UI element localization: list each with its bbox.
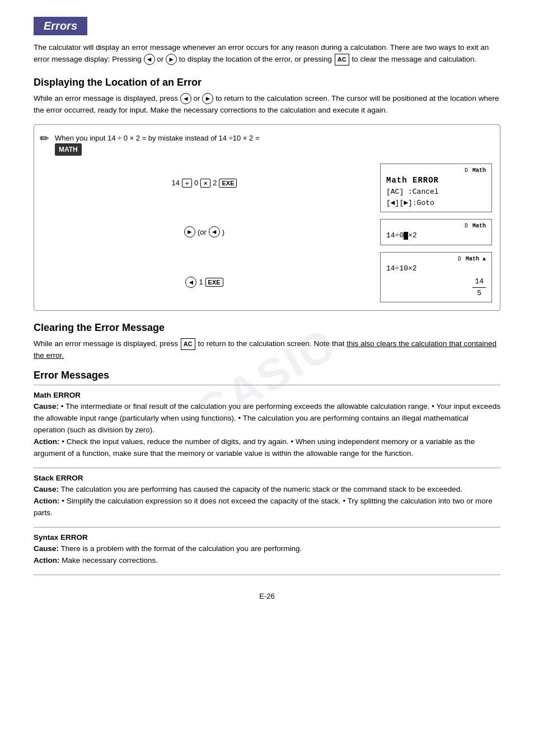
calc-screen-2: D Math 14÷0×2	[380, 219, 492, 245]
key-input-row1: 14 ÷ 0 × 2 EXE	[172, 179, 237, 188]
calc-area: 14 ÷ 0 × 2 EXE ► (or ◄ ) ◄ 1 EXE	[40, 164, 492, 302]
note-text: When you input 14 ÷ 0 × 2 = by mistake i…	[55, 133, 260, 156]
pencil-icon: ✏	[40, 132, 49, 145]
left-arrow-small: ◄	[180, 93, 191, 104]
ac-key-2: AC	[181, 338, 195, 350]
math-label-3: Math ▲	[466, 256, 486, 262]
key-input-row2: ► (or ◄ )	[184, 226, 224, 237]
div-key: ÷	[182, 179, 192, 188]
math-label-1: Math	[472, 167, 486, 174]
screen2-header: D Math	[386, 223, 486, 229]
cause-label-3: Cause:	[34, 544, 59, 553]
cause-label-1: Cause:	[34, 402, 59, 410]
right-arrow-small: ►	[202, 93, 213, 104]
syntax-error-section: Syntax ERROR Cause: There is a problem w…	[34, 533, 500, 567]
syntax-error-body: Cause: There is a problem with the forma…	[34, 543, 500, 567]
action-label-1: Action:	[34, 437, 60, 446]
d-icon-3: D	[458, 256, 461, 262]
calc-screen-3: D Math ▲ 14÷10×2 14 5	[380, 252, 492, 303]
calc-screen-1: D Math Math ERROR [AC] :Cancel [◄][►]:Go…	[380, 164, 492, 212]
underline-text: this also clears the calculation that co…	[34, 339, 496, 360]
intro-paragraph: The calculator will display an error mes…	[34, 42, 500, 66]
d-icon-2: D	[465, 223, 468, 229]
math-error-name: Math ERROR	[34, 391, 500, 399]
note-top-row: ✏ When you input 14 ÷ 0 × 2 = by mistake…	[40, 133, 492, 156]
key-inputs-column: 14 ÷ 0 × 2 EXE ► (or ◄ ) ◄ 1 EXE	[40, 164, 369, 302]
screen3-frac: 14 5	[386, 276, 486, 298]
stack-error-section: Stack ERROR Cause: The calculation you a…	[34, 474, 500, 519]
section1-title: Displaying the Location of an Error	[34, 77, 500, 88]
action-label-3: Action:	[34, 556, 60, 564]
errors-header-box: Errors	[34, 17, 87, 35]
right-arrow-icon: ►	[166, 54, 177, 65]
error-messages-section: Error Messages Math ERROR Cause: • The i…	[34, 370, 500, 575]
left-arrow-key2: ◄	[185, 277, 196, 288]
stack-error-name: Stack ERROR	[34, 474, 500, 482]
frac-numerator: 14	[472, 276, 486, 288]
action-label-2: Action:	[34, 497, 60, 505]
math-error-section: Math ERROR Cause: • The intermediate or …	[34, 391, 500, 460]
exe-key2: EXE	[205, 278, 223, 287]
left-arrow-key: ◄	[209, 226, 220, 237]
ac-key: AC	[335, 54, 349, 66]
section2-text: While an error message is displayed, pre…	[34, 338, 500, 362]
or-label: (or	[198, 228, 207, 236]
screen1-content: Math ERROR [AC] :Cancel [◄][►]:Goto	[386, 175, 486, 208]
math-label-2: Math	[472, 223, 486, 229]
d-icon-1: D	[465, 167, 468, 174]
error-messages-title: Error Messages	[34, 370, 500, 381]
cursor	[404, 232, 408, 240]
math-error-title: Math ERROR	[386, 175, 486, 186]
screen1-header: D Math	[386, 167, 486, 174]
times-key: ×	[200, 179, 210, 188]
left-arrow-icon: ◄	[144, 54, 155, 65]
calc-screens-column: D Math Math ERROR [AC] :Cancel [◄][►]:Go…	[380, 164, 492, 302]
divider-syntax	[34, 575, 500, 575]
or-close: )	[222, 228, 224, 236]
screen3-expr: 14÷10×2	[386, 263, 486, 274]
divider-math	[34, 468, 500, 468]
screen2-content: 14÷0×2	[386, 230, 486, 241]
page-number: E-26	[34, 592, 500, 600]
screen1-line2: [AC] :Cancel	[386, 186, 486, 198]
math-key: MATH	[55, 143, 82, 156]
screen1-line3: [◄][►]:Goto	[386, 198, 486, 209]
page: CASIO Errors The calculator will display…	[0, 0, 534, 756]
section2-title: Clearing the Error Message	[34, 322, 500, 334]
syntax-error-name: Syntax ERROR	[34, 533, 500, 542]
key-input-row3: ◄ 1 EXE	[185, 277, 223, 288]
math-error-body: Cause: • The intermediate or final resul…	[34, 401, 500, 460]
right-arrow-key: ►	[184, 226, 195, 237]
section1-text: While an error message is displayed, pre…	[34, 93, 500, 116]
divider-stack	[34, 527, 500, 528]
note-box: ✏ When you input 14 ÷ 0 × 2 = by mistake…	[34, 124, 500, 311]
cause-label-2: Cause:	[34, 485, 59, 493]
exe-key1: EXE	[219, 179, 237, 188]
errors-title: Errors	[44, 20, 77, 32]
screen3-header: D Math ▲	[386, 256, 486, 262]
screen3-content: 14÷10×2 14 5	[386, 263, 486, 299]
frac-denominator: 5	[472, 288, 486, 299]
clearing-section: Clearing the Error Message While an erro…	[34, 322, 500, 362]
divider-top	[34, 385, 500, 385]
stack-error-body: Cause: The calculation you are performin…	[34, 484, 500, 519]
